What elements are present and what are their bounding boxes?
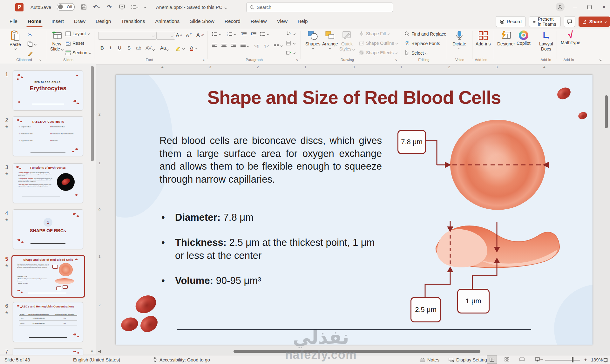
section-button[interactable]: Section	[65, 50, 91, 55]
change-case-button[interactable]: Aa	[160, 45, 169, 51]
add-ins-button[interactable]: Add-ins	[476, 30, 491, 46]
character-spacing-button[interactable]: AV	[146, 45, 154, 51]
slide-thumbnail-4[interactable]: 1 SHAPE OF RBCs	[13, 209, 83, 249]
highlight-color-button[interactable]	[175, 46, 185, 51]
more-commands-chevron-icon[interactable]	[144, 6, 146, 8]
slide-sorter-view-button[interactable]	[502, 355, 512, 363]
slide-thumbnail-6[interactable]: RBCs and Hemoglobin Concentrations Gende…	[13, 302, 83, 342]
clipboard-dialog-launcher-icon[interactable]: ↘	[39, 58, 41, 61]
fit-to-window-button[interactable]	[603, 355, 608, 364]
tab-design[interactable]: Design	[91, 15, 116, 28]
text-direction-button[interactable]: A	[286, 31, 295, 36]
tab-record[interactable]: Record	[220, 15, 246, 28]
slide-thumbnail-1[interactable]: RED BLOOD CELLS: Erythrocytes	[13, 71, 83, 111]
numbering-button[interactable]: 123	[227, 32, 236, 36]
bullets-button[interactable]	[212, 32, 221, 36]
start-presentation-icon[interactable]	[119, 3, 125, 10]
slide-number-status[interactable]: Slide 5 of 43	[4, 355, 30, 364]
paste-button[interactable]: Paste	[10, 30, 21, 50]
select-button[interactable]: Select	[404, 50, 427, 56]
slide-thumbnail-2[interactable]: TABLE OF CONTENTS 01 Shape of RBCs 02 Pr…	[13, 116, 83, 156]
tab-insert[interactable]: Insert	[46, 15, 69, 28]
increase-indent-button[interactable]	[251, 32, 257, 36]
reset-button[interactable]: Reset	[65, 41, 84, 46]
slide-thumbnail-3[interactable]: Functions of Erythrocytes • Oxygen Trans…	[13, 163, 83, 203]
align-left-button[interactable]	[212, 44, 217, 48]
quick-styles-button[interactable]: QuickStyles	[339, 30, 355, 51]
autosave-toggle[interactable]: Off	[57, 3, 75, 11]
lawyal-docs-button[interactable]: L, LawyalDocs	[539, 30, 553, 51]
present-in-teams-button[interactable]: T Present in Teams	[529, 16, 561, 27]
font-color-button[interactable]: A	[190, 45, 197, 51]
decrease-font-size-button[interactable]: A˅	[186, 32, 192, 38]
tab-review[interactable]: Review	[246, 15, 272, 28]
underline-button[interactable]: U	[118, 45, 121, 51]
minimize-button[interactable]	[567, 0, 582, 14]
thumbnail-scroll-down-icon[interactable]: ▼	[90, 349, 94, 353]
font-size-combobox[interactable]	[156, 32, 175, 40]
font-dialog-launcher-icon[interactable]: ↘	[202, 58, 205, 61]
align-right-button[interactable]	[231, 44, 236, 48]
mathtype-button[interactable]: √ MathType	[561, 30, 580, 45]
share-button[interactable]: Share	[579, 17, 610, 27]
maximize-button[interactable]	[582, 0, 597, 14]
tab-view[interactable]: View	[272, 15, 293, 28]
zoom-in-button[interactable]: +	[584, 355, 587, 364]
layout-button[interactable]: Layout	[65, 31, 89, 36]
horizontal-ruler[interactable]: 4 3 2 1 0 1 2 3 4	[96, 64, 610, 71]
language-status[interactable]: English (United States)	[73, 355, 120, 364]
undo-icon[interactable]: ↶	[93, 3, 100, 10]
vertical-ruler[interactable]: 2 1 0 1 2	[96, 71, 105, 351]
notes-button[interactable]: Notes	[420, 355, 439, 364]
slide-canvas[interactable]: Shape and Size of Red Blood Cells Red bl…	[116, 75, 593, 345]
tab-animations[interactable]: Animations	[150, 15, 185, 28]
collapse-ribbon-chevron-icon[interactable]	[600, 57, 602, 62]
shape-effects-button[interactable]: Shape Effects	[359, 50, 397, 55]
bold-button[interactable]: B	[100, 45, 104, 51]
thumbnail-scrollbar[interactable]	[91, 66, 94, 161]
justify-button[interactable]	[241, 44, 249, 48]
clear-formatting-button[interactable]: A	[196, 32, 204, 38]
customize-quick-access-icon[interactable]	[131, 3, 138, 10]
display-settings-button[interactable]: Display Settings	[449, 355, 489, 364]
copy-button[interactable]	[27, 41, 36, 47]
redo-icon[interactable]: ↷	[106, 3, 113, 10]
rtl-direction-button[interactable]: ¶<	[264, 44, 269, 49]
cut-button[interactable]: ✂	[28, 32, 32, 38]
decrease-indent-button[interactable]	[241, 32, 247, 36]
record-button[interactable]: Record	[496, 16, 526, 27]
shape-fill-button[interactable]: Shape Fill	[359, 31, 389, 36]
zoom-out-button[interactable]: −	[540, 355, 543, 364]
account-icon[interactable]	[556, 3, 565, 11]
text-shadow-button[interactable]: S	[127, 45, 131, 51]
tab-help[interactable]: Help	[293, 15, 313, 28]
align-center-button[interactable]	[221, 44, 227, 48]
close-button[interactable]: ×	[597, 0, 610, 14]
strikethrough-button[interactable]: ab	[136, 45, 141, 51]
italic-button[interactable]: I	[110, 45, 111, 51]
paragraph-dialog-launcher-icon[interactable]: ↘	[295, 58, 298, 61]
label-diameter[interactable]: 7.8 μm	[397, 130, 426, 154]
increase-font-size-button[interactable]: A˄	[176, 32, 182, 39]
slide-thumbnail-5-selected[interactable]: Shape and Size of Red Blood Cells Red bl…	[11, 255, 85, 298]
tab-home[interactable]: Home	[23, 15, 46, 28]
document-title[interactable]: Anemia.pptx • Saved to this PC	[156, 4, 227, 10]
drawing-dialog-launcher-icon[interactable]: ↘	[395, 58, 397, 61]
save-icon[interactable]	[80, 3, 87, 10]
new-slide-button[interactable]: NewSlide	[50, 30, 63, 51]
normal-view-button[interactable]	[487, 355, 497, 364]
comments-button[interactable]	[564, 16, 575, 27]
align-text-button[interactable]	[286, 41, 295, 46]
horizontal-scrollbar[interactable]	[234, 350, 480, 353]
tab-draw[interactable]: Draw	[69, 15, 91, 28]
accessibility-status[interactable]: Accessibility: Good to go	[152, 355, 210, 364]
zoom-slider-thumb[interactable]	[572, 357, 573, 362]
shapes-button[interactable]: Shapes	[305, 30, 320, 49]
line-spacing-button[interactable]	[260, 32, 269, 36]
copilot-button[interactable]: Copilot	[517, 30, 531, 46]
label-thickness[interactable]: 2.5 μm	[410, 297, 441, 322]
arrange-button[interactable]: Arrange	[322, 30, 338, 49]
tab-file[interactable]: File	[4, 15, 23, 28]
label-center-thickness[interactable]: 1 μm	[457, 289, 490, 313]
hscroll-left-arrow-icon[interactable]: ◀	[98, 349, 101, 354]
